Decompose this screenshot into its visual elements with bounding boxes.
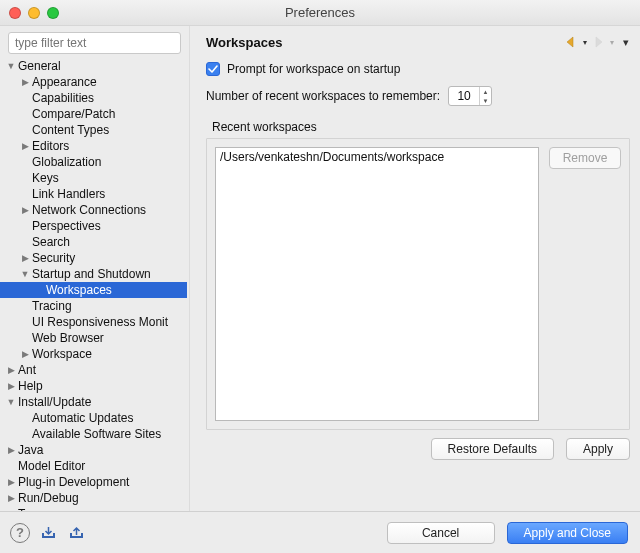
history-forward-menu-icon: ▾ (608, 38, 616, 47)
window-title: Preferences (0, 5, 640, 20)
tree-item[interactable]: ▶Tracing (0, 298, 187, 314)
chevron-right-icon[interactable]: ▶ (20, 202, 30, 218)
tree-item-label: Model Editor (16, 458, 87, 474)
tree-item-label: Tracing (30, 298, 74, 314)
chevron-right-icon[interactable]: ▶ (20, 74, 30, 90)
bottom-bar: ? Cancel Apply and Close (0, 511, 640, 553)
recent-count-label: Number of recent workspaces to remember: (206, 89, 440, 103)
tree-item[interactable]: ▶Plug-in Development (0, 474, 187, 490)
tree-item-label: Search (30, 234, 72, 250)
import-icon[interactable] (40, 525, 58, 541)
view-menu-icon[interactable]: ▾ (622, 36, 630, 49)
tree-item[interactable]: ▶Available Software Sites (0, 426, 187, 442)
tree-item[interactable]: ▶Keys (0, 170, 187, 186)
tree-item-label: Perspectives (30, 218, 103, 234)
recent-workspaces-label: Recent workspaces (212, 120, 630, 134)
chevron-right-icon[interactable]: ▶ (20, 346, 30, 362)
section-header: Workspaces ▾ ▾ ▾ (206, 26, 630, 58)
tree-item[interactable]: ▶Editors (0, 138, 187, 154)
tree-item[interactable]: ▶Web Browser (0, 330, 187, 346)
chevron-down-icon[interactable]: ▼ (20, 266, 30, 282)
prompt-checkbox-label: Prompt for workspace on startup (227, 62, 400, 76)
chevron-right-icon[interactable]: ▶ (6, 490, 16, 506)
cancel-button[interactable]: Cancel (387, 522, 495, 544)
tree-item[interactable]: ▼General (0, 58, 187, 74)
tree-item[interactable]: ▼Install/Update (0, 394, 187, 410)
recent-workspaces-list[interactable]: /Users/venkateshn/Documents/workspace (215, 147, 539, 421)
tree-item[interactable]: ▶Link Handlers (0, 186, 187, 202)
history-back-icon[interactable] (564, 35, 580, 49)
tree-item[interactable]: ▶Run/Debug (0, 490, 187, 506)
preferences-tree[interactable]: ▼General▶Appearance▶Capabilities▶Compare… (0, 58, 189, 511)
chevron-right-icon[interactable]: ▶ (6, 442, 16, 458)
export-icon[interactable] (68, 525, 86, 541)
recent-count-value[interactable]: 10 (449, 87, 479, 105)
close-icon[interactable] (9, 7, 21, 19)
recent-workspaces-group: /Users/venkateshn/Documents/workspace Re… (206, 138, 630, 430)
tree-item[interactable]: ▶Perspectives (0, 218, 187, 234)
tree-item[interactable]: ▶Security (0, 250, 187, 266)
tree-item-label: Workspace (30, 346, 94, 362)
stepper-down-icon[interactable]: ▼ (480, 96, 491, 105)
tree-item-label: Capabilities (30, 90, 96, 106)
tree-item-label: Ant (16, 362, 38, 378)
titlebar: Preferences (0, 0, 640, 26)
list-item[interactable]: /Users/venkateshn/Documents/workspace (220, 150, 534, 164)
history-back-menu-icon[interactable]: ▾ (581, 38, 589, 47)
chevron-down-icon[interactable]: ▼ (6, 394, 16, 410)
section-title: Workspaces (206, 35, 282, 50)
tree-item-label: Security (30, 250, 77, 266)
window-controls (9, 7, 59, 19)
tree-item[interactable]: ▶Globalization (0, 154, 187, 170)
tree-item[interactable]: ▶UI Responsiveness Monit (0, 314, 187, 330)
tree-item-label: Compare/Patch (30, 106, 117, 122)
chevron-right-icon[interactable]: ▶ (6, 362, 16, 378)
apply-button[interactable]: Apply (566, 438, 630, 460)
tree-item[interactable]: ▶Workspace (0, 346, 187, 362)
tree-item-label: Automatic Updates (30, 410, 135, 426)
tree-item[interactable]: ▶Network Connections (0, 202, 187, 218)
sidebar: ▼General▶Appearance▶Capabilities▶Compare… (0, 26, 190, 511)
tree-item-label: Editors (30, 138, 71, 154)
tree-item-label: Link Handlers (30, 186, 107, 202)
tree-item-label: Java (16, 442, 45, 458)
restore-defaults-button[interactable]: Restore Defaults (431, 438, 554, 460)
zoom-icon[interactable] (47, 7, 59, 19)
apply-and-close-button[interactable]: Apply and Close (507, 522, 628, 544)
form: Prompt for workspace on startup Number o… (206, 58, 630, 466)
minimize-icon[interactable] (28, 7, 40, 19)
tree-item[interactable]: ▶Search (0, 234, 187, 250)
tree-item-label: Web Browser (30, 330, 106, 346)
prompt-checkbox-row[interactable]: Prompt for workspace on startup (206, 62, 630, 76)
tree-item[interactable]: ▶Content Types (0, 122, 187, 138)
tree-item[interactable]: ▶Workspaces (0, 282, 187, 298)
tree-item-label: Run/Debug (16, 490, 81, 506)
tree-item-label: Globalization (30, 154, 103, 170)
tree-item-label: Network Connections (30, 202, 148, 218)
tree-item[interactable]: ▶Compare/Patch (0, 106, 187, 122)
tree-item[interactable]: ▶Appearance (0, 74, 187, 90)
history-forward-icon (591, 35, 607, 49)
chevron-right-icon[interactable]: ▶ (20, 138, 30, 154)
chevron-right-icon[interactable]: ▶ (6, 474, 16, 490)
tree-item[interactable]: ▶Automatic Updates (0, 410, 187, 426)
tree-item-label: Available Software Sites (30, 426, 163, 442)
chevron-right-icon[interactable]: ▶ (6, 378, 16, 394)
tree-item[interactable]: ▶Capabilities (0, 90, 187, 106)
tree-item[interactable]: ▶Java (0, 442, 187, 458)
recent-count-spinner[interactable]: 10 ▲ ▼ (448, 86, 492, 106)
tree-item-label: Install/Update (16, 394, 93, 410)
tree-item[interactable]: ▶Help (0, 378, 187, 394)
tree-item[interactable]: ▶Model Editor (0, 458, 187, 474)
filter-input[interactable] (8, 32, 181, 54)
preferences-window: Preferences ▼General▶Appearance▶Capabili… (0, 0, 640, 553)
chevron-right-icon[interactable]: ▶ (20, 250, 30, 266)
help-icon[interactable]: ? (10, 523, 30, 543)
prompt-checkbox[interactable] (206, 62, 220, 76)
tree-item[interactable]: ▼Startup and Shutdown (0, 266, 187, 282)
tree-item[interactable]: ▶Ant (0, 362, 187, 378)
tree-item-label: Startup and Shutdown (30, 266, 153, 282)
stepper-up-icon[interactable]: ▲ (480, 87, 491, 96)
recent-count-row: Number of recent workspaces to remember:… (206, 86, 630, 106)
chevron-down-icon[interactable]: ▼ (6, 58, 16, 74)
